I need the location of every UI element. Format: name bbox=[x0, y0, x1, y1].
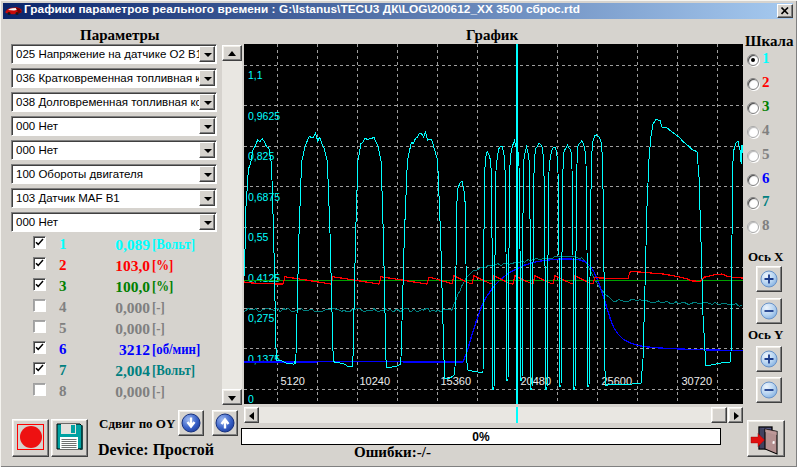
svg-text:1,1: 1,1 bbox=[248, 69, 263, 81]
svg-text:10240: 10240 bbox=[360, 375, 391, 387]
svg-text:30720: 30720 bbox=[682, 375, 713, 387]
svg-text:0: 0 bbox=[248, 393, 254, 404]
svg-text:0,9625: 0,9625 bbox=[248, 110, 280, 122]
svg-text:5120: 5120 bbox=[281, 375, 305, 387]
svg-text:0,55: 0,55 bbox=[248, 231, 269, 243]
svg-text:0,4125: 0,4125 bbox=[248, 272, 280, 284]
svg-text:20480: 20480 bbox=[521, 375, 552, 387]
svg-text:0,1375: 0,1375 bbox=[248, 353, 280, 365]
svg-text:0,6875: 0,6875 bbox=[248, 191, 280, 203]
svg-text:0,275: 0,275 bbox=[248, 312, 274, 324]
